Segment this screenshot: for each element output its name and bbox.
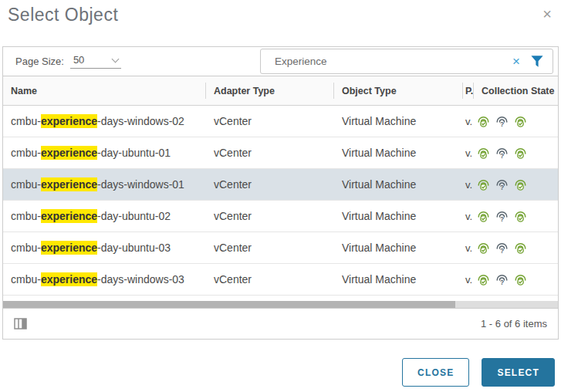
collection-ok-icon <box>514 115 527 128</box>
collection-state-icons: ? <box>474 201 558 231</box>
table-footer: 1 - 6 of 6 items <box>3 308 558 339</box>
table-row[interactable]: cmbu-experience-day-ubuntu-02 vCenter Vi… <box>3 201 558 232</box>
collection-state-icons: ? <box>474 232 558 263</box>
row-name-prefix: cmbu- <box>11 115 41 127</box>
table-row[interactable]: cmbu-experience-day-ubuntu-03 vCenter Vi… <box>3 232 558 264</box>
row-name-suffix: -days-windows-01 <box>97 178 184 191</box>
row-name-suffix: -days-windows-02 <box>97 115 184 127</box>
grid-toolbar: Page Size: 50 × <box>3 47 558 76</box>
svg-text:?: ? <box>500 183 504 191</box>
row-name-highlight: experience <box>41 177 97 191</box>
row-object-type: Virtual Machine <box>334 137 463 168</box>
collection-unknown-icon: ? <box>495 273 509 286</box>
row-name-cell: cmbu-experience-days-windows-02 <box>3 106 206 137</box>
row-name-highlight: experience <box>41 114 97 128</box>
search-input[interactable] <box>269 56 512 67</box>
row-policy: v. <box>463 201 474 231</box>
scrollbar-thumb[interactable] <box>3 301 455 308</box>
table-body: cmbu-experience-days-windows-02 vCenter … <box>3 106 558 301</box>
row-object-type: Virtual Machine <box>334 169 463 200</box>
row-name-prefix: cmbu- <box>11 178 41 191</box>
collection-ok-icon <box>514 147 527 160</box>
select-button[interactable]: SELECT <box>482 358 555 387</box>
row-policy: v. <box>463 232 474 263</box>
table-row[interactable]: cmbu-experience-days-windows-01 vCenter … <box>3 169 558 201</box>
filter-icon[interactable] <box>530 55 544 68</box>
svg-text:?: ? <box>500 151 504 159</box>
row-name-prefix: cmbu- <box>11 210 41 222</box>
row-policy: v. <box>463 264 474 295</box>
row-object-type: Virtual Machine <box>334 106 463 137</box>
row-adapter-type: vCenter <box>206 232 334 263</box>
chevron-down-icon <box>111 55 119 63</box>
column-header-name[interactable]: Name <box>3 76 206 105</box>
row-adapter-type: vCenter <box>206 106 334 137</box>
collection-ok-icon <box>514 242 527 255</box>
column-toggle-icon[interactable] <box>14 318 27 329</box>
close-icon[interactable]: × <box>542 6 552 22</box>
table-row[interactable]: cmbu-experience-days-windows-03 vCenter … <box>3 264 558 296</box>
row-object-type: Virtual Machine <box>334 232 463 263</box>
row-adapter-type: vCenter <box>206 169 334 200</box>
row-name-suffix: -day-ubuntu-02 <box>97 210 171 222</box>
row-name-cell: cmbu-experience-days-windows-03 <box>3 264 206 295</box>
svg-text:?: ? <box>500 120 504 127</box>
column-header-adapter-type[interactable]: Adapter Type <box>206 76 334 105</box>
row-name-highlight: experience <box>41 209 97 223</box>
row-name-prefix: cmbu- <box>11 147 41 159</box>
svg-text:?: ? <box>500 278 504 286</box>
table-row[interactable]: cmbu-experience-day-ubuntu-01 vCenter Vi… <box>3 137 558 169</box>
page-title: Select Object <box>8 5 118 25</box>
table-header: Name Adapter Type Object Type P. Collect… <box>3 76 558 106</box>
row-adapter-type: vCenter <box>206 264 334 295</box>
collection-unknown-icon: ? <box>495 210 509 223</box>
horizontal-scrollbar <box>3 301 558 308</box>
row-name-suffix: -days-windows-03 <box>97 273 184 286</box>
row-adapter-type: vCenter <box>206 201 334 231</box>
row-name-prefix: cmbu- <box>11 273 41 286</box>
row-policy: v. <box>463 169 474 200</box>
row-name-cell: cmbu-experience-day-ubuntu-02 <box>3 201 206 231</box>
row-name-highlight: experience <box>41 146 97 160</box>
collection-ok-icon <box>477 242 490 255</box>
row-name-cell: cmbu-experience-day-ubuntu-03 <box>3 232 206 263</box>
collection-state-icons: ? <box>474 264 558 295</box>
row-adapter-type: vCenter <box>206 137 334 168</box>
collection-state-icons: ? <box>474 106 558 137</box>
collection-state-icons: ? <box>474 169 558 200</box>
collection-ok-icon <box>477 178 490 191</box>
svg-text:?: ? <box>500 215 504 222</box>
collection-unknown-icon: ? <box>495 242 509 255</box>
row-name-cell: cmbu-experience-days-windows-01 <box>3 169 206 200</box>
column-header-object-type[interactable]: Object Type <box>334 76 463 105</box>
row-name-prefix: cmbu- <box>11 242 41 254</box>
row-name-highlight: experience <box>41 241 97 255</box>
collection-ok-icon <box>514 273 527 286</box>
column-header-policy[interactable]: P. <box>463 76 474 105</box>
column-header-collection-state[interactable]: Collection State <box>474 76 558 105</box>
row-name-suffix: -day-ubuntu-03 <box>97 242 171 254</box>
page-size-label: Page Size: <box>15 56 64 67</box>
page-size-select[interactable]: 50 <box>70 54 121 69</box>
clear-search-icon[interactable]: × <box>512 55 520 68</box>
svg-text:?: ? <box>500 246 504 254</box>
search-box: × <box>260 49 553 74</box>
collection-state-icons: ? <box>474 137 558 168</box>
close-button[interactable]: CLOSE <box>402 358 469 387</box>
row-object-type: Virtual Machine <box>334 201 463 231</box>
collection-ok-icon <box>514 178 527 191</box>
table-row[interactable]: cmbu-experience-days-windows-02 vCenter … <box>3 106 558 137</box>
row-name-highlight: experience <box>41 272 97 286</box>
dialog-actions: CLOSE SELECT <box>402 358 555 387</box>
select-object-panel: Page Size: 50 × Name Adapter Type Object… <box>2 46 559 340</box>
collection-unknown-icon: ? <box>495 178 509 191</box>
row-policy: v. <box>463 106 474 137</box>
row-object-type: Virtual Machine <box>334 264 463 295</box>
collection-ok-icon <box>477 273 490 286</box>
row-name-cell: cmbu-experience-day-ubuntu-01 <box>3 137 206 168</box>
row-name-suffix: -day-ubuntu-01 <box>97 147 171 159</box>
row-policy: v. <box>463 137 474 168</box>
items-count: 1 - 6 of 6 items <box>481 318 547 329</box>
collection-unknown-icon: ? <box>495 147 509 160</box>
collection-ok-icon <box>514 210 527 223</box>
